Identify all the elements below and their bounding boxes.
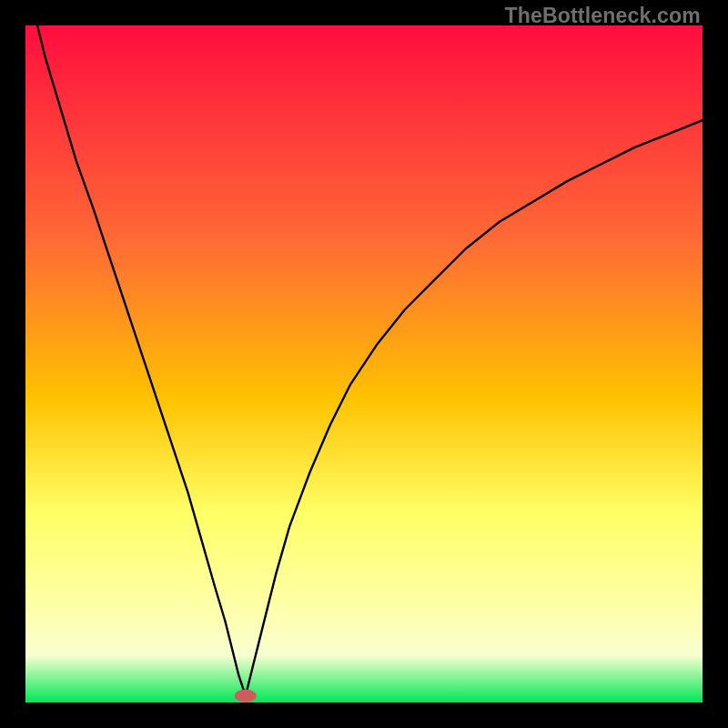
chart-canvas: TheBottleneck.com	[0, 0, 728, 728]
plot-area	[25, 25, 703, 703]
chart-svg	[25, 25, 703, 703]
watermark: TheBottleneck.com	[504, 4, 701, 28]
bottleneck-marker	[235, 689, 257, 702]
